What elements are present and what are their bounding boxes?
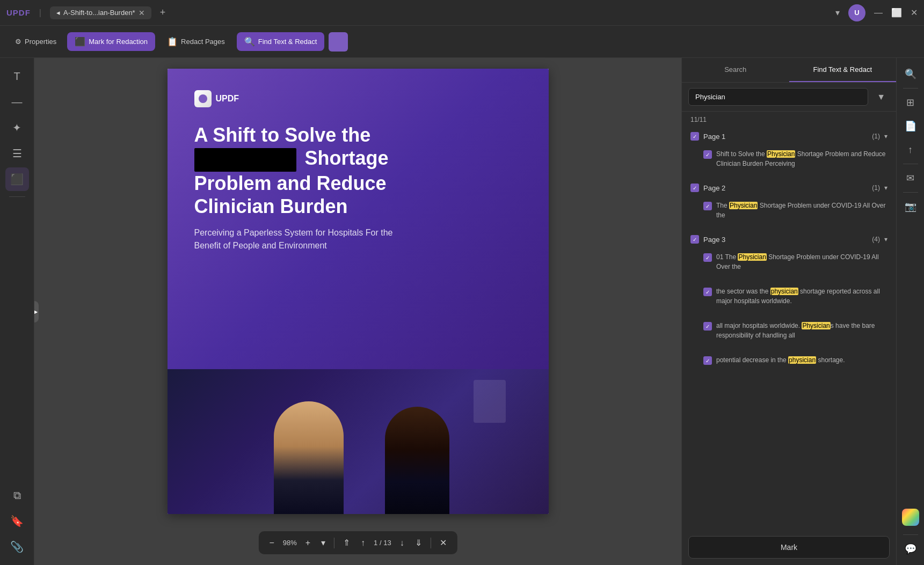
- page2-count: (1): [872, 184, 880, 192]
- panel-expand-handle[interactable]: ▶: [34, 301, 39, 322]
- result-text: Shift to Solve the Physician Shortage Pr…: [716, 149, 887, 168]
- result-item[interactable]: ✓ 01 The Physician Shortage Problem unde…: [686, 248, 892, 276]
- item-checkbox[interactable]: ✓: [703, 322, 712, 331]
- sidebar-icon-minus[interactable]: —: [5, 90, 29, 114]
- item-checkbox[interactable]: ✓: [703, 150, 712, 159]
- file-tab[interactable]: ◂ A-Shift-to...ian-Burden* ✕: [50, 6, 151, 19]
- bg-equipment: [474, 380, 506, 423]
- sidebar-icon-list[interactable]: ☰: [5, 142, 29, 165]
- result-item[interactable]: ✓ all major hospitals worldwide. Physici…: [686, 317, 892, 344]
- find-text-icon: 🔍: [244, 36, 255, 47]
- nav-last-button[interactable]: ⇓: [413, 535, 424, 550]
- panel-tabs: Search Find Text & Redact: [682, 58, 896, 83]
- redact-pages-button[interactable]: 📋 Redact Pages: [159, 32, 232, 51]
- main-layout: T — ✦ ☰ ⬛ ⧉ 🔖 📎 ▶ UPDF A Shift: [0, 58, 924, 565]
- page3-chevron[interactable]: ▾: [884, 236, 887, 243]
- page2-chevron[interactable]: ▾: [884, 184, 887, 192]
- sidebar-icon-bookmark[interactable]: 🔖: [5, 509, 29, 533]
- far-right-camera-icon[interactable]: 📷: [901, 197, 920, 216]
- result-item[interactable]: ✓ potential decrease in the physician sh…: [686, 351, 892, 369]
- file-tab-close[interactable]: ✕: [139, 9, 145, 17]
- result-item[interactable]: ✓ The Physician Shortage Problem under C…: [686, 196, 892, 224]
- find-text-redact-button[interactable]: 🔍 Find Text & Redact: [237, 32, 325, 51]
- sidebar-bottom-icons: ⧉ 🔖 📎: [5, 483, 29, 559]
- close-button[interactable]: ✕: [911, 8, 918, 18]
- item-checkbox[interactable]: ✓: [703, 253, 712, 262]
- item-checkbox[interactable]: ✓: [703, 356, 712, 365]
- page2-checkbox[interactable]: ✓: [690, 184, 699, 192]
- nav-first-button[interactable]: ⇑: [341, 535, 352, 550]
- result-group-page3: ✓ Page 3 (4) ▾ ✓ 01 The Physician Shorta…: [682, 231, 896, 369]
- properties-button[interactable]: ⚙ Properties: [9, 33, 63, 50]
- pdf-area: ▶ UPDF A Shift to Solve the Shortage Pro…: [34, 58, 681, 565]
- sidebar-icon-text[interactable]: T: [5, 64, 29, 88]
- highlight: Physician: [729, 202, 758, 209]
- properties-icon: ⚙: [15, 38, 21, 46]
- tab-search[interactable]: Search: [682, 58, 789, 82]
- page2-name: Page 2: [703, 184, 868, 192]
- color-swatch[interactable]: [329, 32, 348, 52]
- pdf-logo: UPDF: [194, 90, 522, 107]
- pdf-page-header: UPDF A Shift to Solve the Shortage Probl…: [168, 69, 549, 369]
- page3-name: Page 3: [703, 236, 868, 244]
- zoom-dropdown-button[interactable]: ▾: [319, 535, 328, 550]
- person-figure-1: [274, 401, 344, 514]
- result-group-header-page3[interactable]: ✓ Page 3 (4) ▾: [686, 231, 892, 248]
- nav-next-button[interactable]: ↓: [398, 536, 406, 550]
- zoom-in-button[interactable]: +: [303, 536, 312, 550]
- item-checkbox[interactable]: ✓: [703, 288, 712, 296]
- toolbar: ⚙ Properties ⬛ Mark for Redaction 📋 Reda…: [0, 26, 924, 58]
- title-divider: |: [39, 8, 41, 18]
- page1-chevron[interactable]: ▾: [884, 133, 887, 140]
- pdf-image-section: [168, 369, 549, 514]
- far-right-upload-icon[interactable]: ↑: [901, 140, 920, 159]
- far-right-search-icon[interactable]: 🔍: [901, 64, 920, 84]
- result-group-header-page2[interactable]: ✓ Page 2 (1) ▾: [686, 179, 892, 196]
- item-checkbox[interactable]: ✓: [703, 202, 712, 210]
- result-text: The Physician Shortage Problem under COV…: [716, 201, 887, 220]
- file-tab-name: A-Shift-to...ian-Burden*: [63, 9, 135, 17]
- far-right-document-icon[interactable]: 📄: [901, 116, 920, 136]
- right-panel: Search Find Text & Redact ▼ 11/11 ✓ Page…: [681, 58, 896, 565]
- maximize-button[interactable]: ⬜: [891, 8, 902, 18]
- search-input[interactable]: [688, 88, 868, 106]
- sidebar-icon-layers[interactable]: ⧉: [5, 483, 29, 507]
- nav-prev-button[interactable]: ↑: [359, 536, 367, 550]
- filter-button[interactable]: ▼: [872, 90, 890, 104]
- result-text: 01 The Physician Shortage Problem under …: [716, 252, 887, 272]
- highlight: Physician: [802, 322, 830, 329]
- sidebar-icon-redact[interactable]: ⬛: [5, 167, 29, 191]
- mark-button[interactable]: Mark: [688, 536, 890, 559]
- minimize-button[interactable]: —: [874, 8, 883, 18]
- close-bar-button[interactable]: ✕: [438, 535, 449, 550]
- pdf-title-part3: Problem and Reduce: [194, 172, 387, 194]
- result-text: all major hospitals worldwide. Physician…: [716, 321, 887, 340]
- pdf-title-part2: Shortage: [305, 147, 389, 169]
- dropdown-icon[interactable]: ▾: [835, 8, 840, 18]
- search-bar: ▼: [682, 83, 896, 112]
- far-right-table-icon[interactable]: ⊞: [901, 93, 920, 112]
- sidebar-icon-stamp[interactable]: ✦: [5, 116, 29, 140]
- pdf-canvas: UPDF A Shift to Solve the Shortage Probl…: [168, 69, 549, 514]
- redact-pages-icon: 📋: [167, 36, 178, 47]
- zoom-value: 98%: [283, 539, 297, 547]
- add-tab-button[interactable]: +: [160, 7, 166, 18]
- far-right-email-icon[interactable]: ✉: [901, 168, 920, 188]
- left-sidebar: T — ✦ ☰ ⬛ ⧉ 🔖 📎: [0, 58, 34, 565]
- person-figure-2: [385, 407, 449, 514]
- mark-redaction-button[interactable]: ⬛ Mark for Redaction: [67, 32, 155, 51]
- far-right-chat-icon[interactable]: 💬: [901, 539, 920, 559]
- page1-name: Page 1: [703, 133, 868, 141]
- tab-find-redact[interactable]: Find Text & Redact: [789, 58, 897, 82]
- result-item[interactable]: ✓ Shift to Solve the Physician Shortage …: [686, 145, 892, 173]
- user-avatar[interactable]: U: [848, 4, 865, 21]
- result-group-header-page1[interactable]: ✓ Page 1 (1) ▾: [686, 128, 892, 145]
- zoom-out-button[interactable]: −: [267, 536, 276, 550]
- page3-checkbox[interactable]: ✓: [690, 235, 699, 244]
- updf-logo-bottom[interactable]: [902, 509, 919, 526]
- page1-checkbox[interactable]: ✓: [690, 132, 699, 141]
- far-right-panel: 🔍 ⊞ 📄 ↑ ✉ 📷 💬: [896, 58, 924, 565]
- file-tab-arrow: ◂: [56, 9, 60, 17]
- sidebar-icon-paperclip[interactable]: 📎: [5, 535, 29, 559]
- result-item[interactable]: ✓ the sector was the physician shortage …: [686, 282, 892, 310]
